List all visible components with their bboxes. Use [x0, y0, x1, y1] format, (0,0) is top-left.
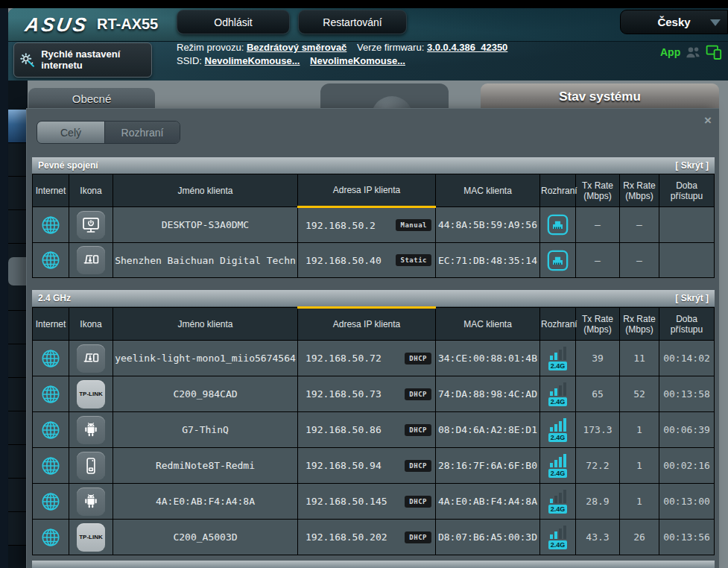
access-time [659, 243, 715, 278]
logout-button[interactable]: Odhlásit [177, 10, 290, 34]
interface-cell: 2.4G [540, 376, 576, 412]
client-ip-cell: 192.168.50.145DHCP [298, 484, 436, 520]
ip-type-badge: DHCP [405, 388, 431, 400]
globe-icon [40, 455, 61, 476]
rx-rate: 11 [620, 341, 659, 376]
internet-cell [33, 207, 69, 243]
app-link[interactable]: App [660, 46, 680, 58]
interface-cell: 2.4G [540, 520, 576, 555]
section-header-wired: Pevné spojení [ Skrýt ] [32, 157, 715, 174]
interface-cell: 2.4G [540, 484, 576, 520]
col-time[interactable]: Doba přístupu [659, 174, 715, 207]
client-row[interactable]: RedmiNote8T-Redmi 192.168.50.94DHCP 28:1… [33, 448, 715, 484]
client-ip: 192.168.50.202 [306, 531, 387, 543]
system-status-header[interactable]: Stav systému [481, 83, 719, 110]
client-name: yeelink-light-mono1_miio5674564 [113, 341, 298, 376]
section-header-24ghz: 2.4 GHz [ Skrýt ] [32, 290, 715, 306]
wireless-clients-table: Internet Ikona Jméno klienta Adresa IP k… [32, 306, 715, 555]
tab-interface[interactable]: Rozhraní [104, 122, 180, 143]
col-tx[interactable]: Tx Rate (Mbps) [576, 174, 620, 207]
access-time: 00:13:00 [659, 484, 715, 520]
client-name: G7-ThinQ [113, 412, 298, 448]
tx-rate: 173.3 [576, 412, 620, 448]
client-list-modal: × Celý Rozhraní Pevné spojení [ Skrýt ] … [26, 108, 719, 568]
ip-type-badge: DHCP [405, 424, 431, 436]
close-icon[interactable]: × [704, 113, 712, 128]
col-name[interactable]: Jméno klienta [113, 174, 298, 207]
icon-cell [69, 207, 113, 243]
client-ip: 192.168.50.40 [306, 255, 382, 266]
background-panel [320, 83, 449, 110]
signal-strength-icon: 2.4G [540, 417, 575, 442]
ethernet-icon [546, 213, 569, 236]
client-mac: 74:DA:88:98:4C:AD [436, 376, 540, 412]
col-rx[interactable]: Rx Rate (Mbps) [620, 174, 659, 207]
section-title: Pevné spojení [38, 160, 98, 171]
client-row[interactable]: TP-LINK C200_984CAD 192.168.50.73DHCP 74… [33, 376, 715, 412]
col-internet: Internet [33, 174, 69, 207]
col-internet: Internet [33, 308, 69, 341]
client-row[interactable]: Shenzhen Baichuan Digital Techn 192.168.… [33, 243, 715, 278]
col-tx[interactable]: Tx Rate (Mbps) [576, 308, 620, 341]
client-ip-cell: 192.168.50.202DHCP [298, 520, 436, 555]
internet-cell [33, 376, 69, 412]
icon-cell: TP-LINK [69, 520, 113, 555]
mode-link[interactable]: Bezdrátový směrovač [247, 42, 346, 53]
internet-cell [33, 448, 69, 484]
ssid-link-1[interactable]: NevolimeKomouse... [205, 55, 300, 66]
col-ip-sorted[interactable]: Adresa IP klienta [298, 174, 436, 207]
col-mac[interactable]: MAC klienta [436, 308, 540, 341]
devices-icon[interactable] [705, 43, 723, 61]
col-icon: Ikona [69, 308, 113, 341]
client-row[interactable]: G7-ThinQ 192.168.50.86DHCP 08:D4:6A:A2:8… [33, 412, 715, 448]
quick-setup-button[interactable]: Rychlé nastavení internetu [13, 42, 152, 78]
col-interface: Rozhraní [540, 174, 576, 207]
ssid-row: SSID: NevolimeKomouse... NevolimeKomouse… [177, 55, 405, 66]
language-value: Česky [657, 16, 690, 28]
col-rx[interactable]: Rx Rate (Mbps) [620, 308, 659, 341]
ethernet-icon [546, 249, 569, 272]
asus-logo: ASUS [23, 13, 90, 37]
sidebar-strip [8, 81, 28, 568]
chevron-down-icon [710, 19, 721, 26]
globe-icon [40, 384, 61, 405]
globe-icon [40, 491, 61, 512]
internet-cell [33, 243, 69, 278]
client-row[interactable]: TP-LINK C200_A5003D 192.168.50.202DHCP D… [33, 520, 715, 555]
client-ip: 192.168.50.94 [306, 460, 382, 471]
hide-toggle[interactable]: [ Skrýt ] [675, 293, 709, 303]
access-time: 00:13:58 [659, 376, 715, 412]
client-ip-cell: 192.168.50.73DHCP [298, 376, 436, 412]
firmware-link[interactable]: 3.0.0.4.386_42350 [427, 42, 507, 53]
reboot-button[interactable]: Restartování [298, 10, 407, 34]
wired-clients-table: Internet Ikona Jméno klienta Adresa IP k… [32, 174, 715, 278]
users-icon[interactable] [684, 43, 702, 61]
band-badge: 2.4G [548, 469, 568, 478]
hide-toggle[interactable]: [ Skrýt ] [675, 160, 709, 171]
rx-rate: 1 [620, 484, 659, 520]
col-name[interactable]: Jméno klienta [113, 308, 298, 341]
sidebar-item-selected[interactable] [8, 110, 28, 143]
client-mac: EC:71:DB:48:35:14 [436, 243, 540, 278]
access-time [659, 207, 715, 243]
interface-cell [540, 207, 576, 243]
language-dropdown[interactable]: Česky [620, 10, 728, 34]
client-row[interactable]: DESKTOP-S3A0DMC 192.168.50.2Manual 44:8A… [33, 207, 715, 243]
col-ip-sorted[interactable]: Adresa IP klienta [298, 308, 436, 341]
rx-rate: 1 [620, 412, 659, 448]
band-badge: 2.4G [548, 505, 568, 514]
icon-cell [69, 412, 113, 448]
client-row[interactable]: 4A:E0:AB:F4:A4:8A 192.168.50.145DHCP 4A:… [33, 484, 715, 520]
ssid-link-2[interactable]: NevolimeKomouse... [310, 55, 405, 66]
col-time[interactable]: Doba přístupu [659, 308, 715, 341]
iot-device-icon [77, 344, 105, 373]
desktop-monitor-icon [77, 211, 105, 239]
band-badge: 2.4G [548, 397, 568, 406]
client-row[interactable]: yeelink-light-mono1_miio5674564 192.168.… [33, 341, 715, 376]
tab-all[interactable]: Celý [37, 122, 104, 143]
globe-icon [40, 215, 61, 236]
signal-strength-icon: 2.4G [540, 525, 575, 549]
band-badge: 2.4G [548, 362, 568, 370]
col-mac[interactable]: MAC klienta [436, 174, 540, 207]
access-time: 00:06:39 [659, 412, 715, 448]
